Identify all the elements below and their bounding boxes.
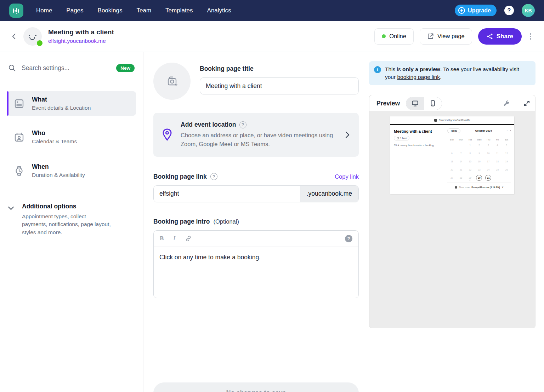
editor-toolbar: B I: [154, 231, 358, 247]
calendar-day: 22: [465, 167, 475, 173]
calendar-day: 1: [465, 142, 475, 148]
sidebar-additional-options[interactable]: Additional options Appointment types, co…: [0, 191, 143, 236]
bolt-icon: [458, 7, 465, 14]
online-toggle-button[interactable]: Online: [374, 28, 414, 45]
monitor-icon: [412, 100, 419, 107]
copy-link-button[interactable]: Copy link: [335, 173, 359, 180]
preview-intro-text: Click on any time to make a booking.: [394, 144, 440, 146]
view-page-label: View page: [437, 33, 465, 40]
calendar-day: 28: [457, 175, 466, 181]
calendar-day: 10: [484, 150, 493, 156]
calendar-day: 23: [475, 167, 484, 173]
calendar-day: 21: [457, 167, 466, 173]
calendar-day: [493, 175, 502, 181]
link-help-icon[interactable]: [210, 173, 217, 180]
nav-item-pages[interactable]: Pages: [66, 7, 83, 14]
location-help-icon[interactable]: [239, 121, 246, 128]
calendar-day-available[interactable]: 30: [475, 175, 484, 181]
editor-help-icon[interactable]: [345, 235, 352, 242]
calendar-day: [502, 175, 511, 181]
app-logo[interactable]: [9, 4, 23, 18]
powered-by-logo-icon: [434, 119, 437, 122]
more-options-icon[interactable]: [528, 31, 533, 42]
nav-item-team[interactable]: Team: [137, 7, 152, 14]
nav-item-bookings[interactable]: Bookings: [98, 7, 123, 14]
add-event-location-card[interactable]: Add event location Choose an address or …: [153, 113, 359, 157]
next-month-icon[interactable]: ›: [510, 129, 511, 132]
mobile-view-toggle[interactable]: [424, 97, 442, 110]
smiley-mouth: [29, 37, 35, 40]
booking-page-title-input[interactable]: [200, 77, 359, 94]
nav-item-home[interactable]: Home: [36, 7, 52, 14]
expand-icon: [523, 100, 530, 107]
calendar-day: 18: [493, 158, 502, 165]
share-button[interactable]: Share: [478, 28, 522, 45]
booking-page-title-label: Booking page title: [200, 65, 359, 73]
timezone-row[interactable]: Time zone Europe/Moscow (3:14 PM) ∨: [447, 183, 511, 192]
calendar-day: 3: [484, 142, 493, 148]
today-button[interactable]: Today: [447, 128, 460, 133]
nav-item-templates[interactable]: Templates: [165, 7, 193, 14]
save-button[interactable]: No changes to save: [153, 382, 359, 392]
booking-link-suffix: .youcanbook.me: [300, 186, 358, 202]
booking-link-input[interactable]: [154, 186, 300, 202]
insert-link-button[interactable]: [185, 235, 192, 242]
chevron-down-icon: [7, 204, 15, 236]
calendar-day-available[interactable]: 31: [484, 175, 493, 181]
additional-options-title: Additional options: [22, 203, 111, 210]
italic-button[interactable]: I: [173, 235, 175, 242]
help-icon[interactable]: ?: [504, 6, 514, 15]
preview-header: Preview: [369, 95, 535, 112]
calendar-day: 25: [493, 167, 502, 173]
booking-page-link-anchor[interactable]: booking page link: [397, 74, 440, 80]
booking-link-input-group: .youcanbook.me: [153, 185, 359, 202]
calendar-day: 17: [484, 158, 493, 165]
sidebar-item-subtitle: Calendar & Teams: [32, 138, 77, 145]
calendar-day: 27: [447, 175, 457, 181]
preview-settings-button[interactable]: [495, 100, 518, 107]
divider: [447, 136, 511, 136]
top-navbar: Home Pages Bookings Team Templates Analy…: [0, 0, 544, 21]
search-settings-row: New: [0, 52, 143, 84]
calendar-day: [457, 142, 466, 148]
calendar-weekday-row: Sun Mon Tue Wed Thu Fri Sat: [447, 138, 511, 142]
calendar-day: 16: [475, 158, 484, 165]
upgrade-button[interactable]: Upgrade: [455, 5, 497, 16]
calendar-day: 8: [465, 150, 475, 156]
preview-event-title: Meeting with a client: [394, 129, 440, 133]
booking-page-preview-card: Powered by YouCanBookMe Meeting with a c…: [390, 116, 514, 194]
globe-icon: [455, 186, 457, 189]
page-title: Meeting with a client: [48, 28, 114, 36]
sidebar-item-what[interactable]: What Event details & Location: [7, 91, 136, 116]
back-button[interactable]: [11, 33, 18, 40]
new-badge: New: [116, 64, 135, 72]
expand-preview-button[interactable]: [518, 95, 535, 111]
calendar-day: 15: [465, 158, 475, 165]
calendar-day: 19: [502, 158, 511, 165]
upload-photo-button[interactable]: [153, 63, 191, 100]
sidebar-item-who[interactable]: Who Calendar & Teams: [7, 125, 136, 149]
booking-page-intro-label: Booking page intro: [153, 218, 210, 225]
prev-month-icon: ‹: [507, 129, 508, 132]
preview-info-text: This is only a preview. To see your live…: [385, 65, 531, 81]
page-header: Meeting with a client elfsight.youcanboo…: [0, 21, 544, 52]
smiley-eye: [35, 35, 36, 36]
search-input[interactable]: [22, 64, 110, 72]
booking-page-avatar[interactable]: [23, 27, 42, 46]
calendar-day: 29: [465, 175, 475, 181]
booking-page-url[interactable]: elfsight.youcanbook.me: [48, 38, 114, 44]
sidebar-item-when[interactable]: When Duration & Availability: [7, 158, 136, 183]
wrench-icon: [503, 100, 510, 107]
calendar-date-grid: 1 2 3 4 5 6 7 8 9 10 11 12 13: [447, 142, 511, 181]
nav-item-analytics[interactable]: Analytics: [207, 7, 231, 14]
share-icon: [487, 33, 493, 40]
external-link-icon: [427, 33, 434, 40]
bold-button[interactable]: B: [160, 235, 164, 242]
view-page-button[interactable]: View page: [420, 28, 472, 45]
main-content: Booking page title Add event location: [143, 52, 369, 392]
desktop-view-toggle[interactable]: [406, 97, 424, 110]
intro-text-area[interactable]: Click on any time to make a booking.: [154, 247, 358, 298]
settings-sidebar: New What Event details & Location: [0, 52, 143, 392]
user-avatar[interactable]: KB: [522, 4, 535, 17]
calendar-day: 7: [457, 150, 466, 156]
